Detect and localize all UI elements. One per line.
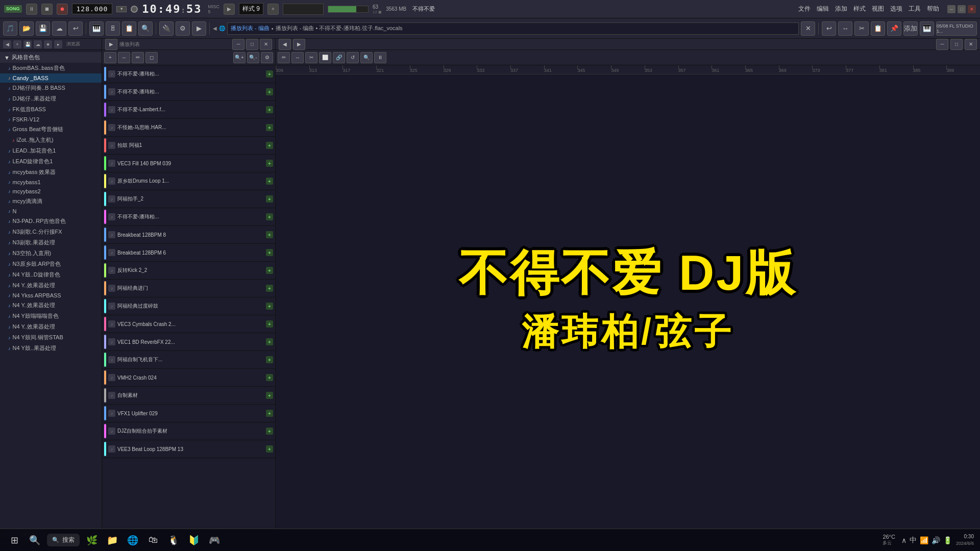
undo-button[interactable]: ↩ <box>68 21 83 36</box>
mixer-tool-move[interactable]: ↔ <box>118 52 130 63</box>
mixer-tool-erase[interactable]: ◻ <box>145 52 158 63</box>
settings-button[interactable]: ⚙ <box>176 21 190 36</box>
tempo-knob[interactable] <box>131 6 138 13</box>
track-icon-3[interactable]: ♪ <box>108 124 115 131</box>
track-icon-10[interactable]: ♪ <box>108 249 115 256</box>
mixer-button[interactable]: 🎚 <box>106 21 120 36</box>
arr-max-btn[interactable]: □ <box>950 39 963 50</box>
mixer-track-21[interactable]: ♪ VEE3 Beat Loop 128BPM 13 + <box>102 440 275 458</box>
mixer-track-19[interactable]: ♪ VFX1 Uplifter 029 + <box>102 405 275 422</box>
taskbar-qq[interactable]: 🐧 <box>165 532 182 548</box>
browser-button[interactable]: 🔍 <box>138 21 153 36</box>
track-add-btn-9[interactable]: + <box>266 231 273 238</box>
panel-item-0[interactable]: ♪BoomBAS..bass音色 <box>0 63 102 73</box>
mixer-track-18[interactable]: ♪ 自制素材 + <box>102 387 275 405</box>
track-icon-16[interactable]: ♪ <box>108 356 115 363</box>
track-add-btn-17[interactable]: + <box>266 374 273 381</box>
arr-tool-select[interactable]: ↔ <box>291 52 304 63</box>
mixer-track-14[interactable]: ♪ VEC3 Cymbals Crash 2... + <box>102 315 275 333</box>
panel-item-13[interactable]: ♪mcyy滴滴滴 <box>0 196 102 207</box>
panel-item-15[interactable]: ♪N3-PAD..RP吉他音色 <box>0 216 102 227</box>
mixer-track-0[interactable]: ♪ 不得不爱-潘玮柏... + <box>102 65 275 83</box>
tray-lang[interactable]: 中 <box>910 536 917 545</box>
mixer-tool-1[interactable]: + <box>104 52 116 63</box>
track-add-btn-18[interactable]: + <box>266 392 273 399</box>
panel-item-19[interactable]: ♪N3原乡鼓.ARP音色 <box>0 259 102 269</box>
mixer-track-16[interactable]: ♪ 阿福自制飞机音下... + <box>102 351 275 369</box>
track-add-btn-3[interactable]: + <box>266 124 273 131</box>
play-button[interactable]: ▶ <box>224 4 235 15</box>
track-add-btn-0[interactable]: + <box>266 70 273 78</box>
track-icon-4[interactable]: ♪ <box>108 142 115 149</box>
taskbar-browser[interactable]: 🌐 <box>125 532 141 548</box>
breadcrumb-home[interactable]: 播放列表 - 编曲 <box>231 24 270 32</box>
piano-btn[interactable]: 🎹 <box>920 21 934 36</box>
arr-tool-pencil[interactable]: ✏ <box>278 52 290 63</box>
mixer-track-5[interactable]: ♪ VEC3 Fill 140 BPM 039 + <box>102 155 275 172</box>
arr-zoom-pause[interactable]: ⏸ <box>374 52 386 63</box>
new-button[interactable]: 🎵 <box>3 21 17 36</box>
panel-item-10[interactable]: ♪mcyybass 效果器 <box>0 167 102 178</box>
add-btn[interactable]: 添加 <box>903 21 918 36</box>
mixer-zoom-in[interactable]: 🔍+ <box>233 52 246 63</box>
track-add-btn-2[interactable]: + <box>266 106 273 113</box>
menu-options[interactable]: 选项 <box>890 5 902 13</box>
panel-item-14[interactable]: ♪N <box>0 207 102 216</box>
mixer-track-15[interactable]: ♪ VEC1 BD ReverbFX 22... + <box>102 333 275 351</box>
panel-item-26[interactable]: ♪N4 Y鼓间.铜管STAB <box>0 332 102 343</box>
panel-add-btn[interactable]: + <box>13 40 21 48</box>
panel-item-17[interactable]: ♪N3副歌.果器处理 <box>0 237 102 248</box>
search-bar[interactable]: 🔍 搜索 <box>47 534 80 546</box>
track-icon-9[interactable]: ♪ <box>108 231 115 238</box>
bpm-display[interactable]: 128.000 <box>72 4 113 14</box>
track-icon-5[interactable]: ♪ <box>108 160 115 167</box>
panel-back-btn[interactable]: ◀ <box>3 40 11 48</box>
arr-tool-3[interactable]: ⬜ <box>319 52 331 63</box>
volume-bar[interactable] <box>328 6 369 13</box>
panel-item-25[interactable]: ♪N4 Y..效果器处理 <box>0 321 102 332</box>
panel-item-3[interactable]: ♪DJ铭仔..果器处理 <box>0 93 102 104</box>
open-button[interactable]: 📂 <box>19 21 34 36</box>
piano-roll-button[interactable]: 🎹 <box>89 21 104 36</box>
panel-item-2[interactable]: ♪DJ铭仔间奏..B BASS <box>0 83 102 93</box>
close-button[interactable]: ✕ <box>968 5 976 13</box>
track-icon-12[interactable]: ♪ <box>108 285 115 292</box>
panel-save-btn[interactable]: 💾 <box>23 40 32 48</box>
start-button[interactable]: ⊞ <box>6 532 22 548</box>
mixer-track-11[interactable]: ♪ 反转Kick 2_2 + <box>102 262 275 280</box>
menu-edit[interactable]: 编辑 <box>817 5 829 13</box>
render-button[interactable]: ▶ <box>192 21 206 36</box>
close-arr-button[interactable]: ✕ <box>801 21 815 36</box>
cut-button[interactable]: ✂ <box>854 21 869 36</box>
track-add-btn-8[interactable]: + <box>266 213 273 220</box>
track-add-btn-11[interactable]: + <box>266 267 273 274</box>
track-add-btn-15[interactable]: + <box>266 338 273 345</box>
panel-item-12[interactable]: ♪mcyybass2 <box>0 187 102 196</box>
menu-style[interactable]: 样式 <box>853 5 866 13</box>
mixer-track-3[interactable]: ♪ 不怪她-马思唯.HAR... + <box>102 119 275 137</box>
panel-item-21[interactable]: ♪N4 Y..效果器处理 <box>0 280 102 291</box>
mixer-track-12[interactable]: ♪ 阿福经典进门 + <box>102 280 275 297</box>
copy-button[interactable]: 📋 <box>871 21 885 36</box>
track-icon-0[interactable]: ♪ <box>108 70 115 78</box>
save-as-button[interactable]: ☁ <box>52 21 66 36</box>
menu-tools[interactable]: 工具 <box>909 5 921 13</box>
track-icon-14[interactable]: ♪ <box>108 320 115 328</box>
panel-cloud-btn[interactable]: ☁ <box>34 40 42 48</box>
taskbar-app-3[interactable]: 🎮 <box>206 532 223 548</box>
panel-item-8[interactable]: ♪LEAD..加花音色1 <box>0 145 102 156</box>
panel-section-header[interactable]: ▼ 风格音色包 <box>0 52 102 63</box>
paste-button[interactable]: 📌 <box>887 21 901 36</box>
record-button[interactable]: ⏺ <box>57 4 68 15</box>
track-add-btn-13[interactable]: + <box>266 303 273 310</box>
track-add-btn-12[interactable]: + <box>266 285 273 292</box>
mixer-tool-draw[interactable]: ✏ <box>132 52 144 63</box>
track-add-btn-19[interactable]: + <box>266 410 273 417</box>
panel-item-20[interactable]: ♪N4 Y鼓..D旋律音色 <box>0 269 102 280</box>
arr-min-btn[interactable]: ─ <box>936 39 948 50</box>
tracks-area[interactable] <box>276 74 980 540</box>
mixer-track-9[interactable]: ♪ Breakbeat 128BPM 8 + <box>102 226 275 244</box>
mixer-track-13[interactable]: ♪ 阿福经典过度碎鼓 + <box>102 297 275 315</box>
move-button[interactable]: ↔ <box>838 21 852 36</box>
track-add-btn-16[interactable]: + <box>266 356 273 363</box>
